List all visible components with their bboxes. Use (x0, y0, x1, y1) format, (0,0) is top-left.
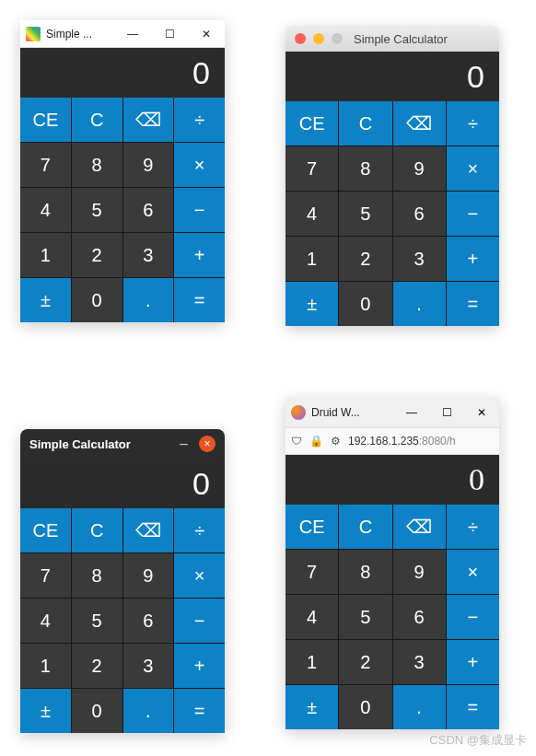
digit-9-button[interactable]: 9 (393, 146, 446, 191)
maximize-button[interactable]: ☐ (151, 20, 188, 48)
plus-button[interactable]: + (447, 640, 499, 684)
clear-button[interactable]: C (339, 101, 391, 145)
equals-button[interactable]: = (174, 689, 225, 733)
digit-6-button[interactable]: 6 (123, 599, 174, 643)
digit-4-button[interactable]: 4 (20, 599, 71, 643)
shield-icon[interactable]: 🛡 (291, 435, 302, 448)
digit-6-button[interactable]: 6 (123, 188, 174, 232)
digit-8-button[interactable]: 8 (339, 146, 391, 191)
digit-4-button[interactable]: 4 (285, 595, 338, 639)
clear-button[interactable]: C (72, 508, 122, 552)
titlebar-firefox: Druid W... — ☐ ✕ (285, 398, 499, 427)
backspace-button[interactable]: ⌫ (123, 508, 174, 552)
backspace-button[interactable]: ⌫ (123, 98, 174, 142)
minus-button[interactable]: − (174, 188, 225, 232)
multiply-button[interactable]: × (447, 550, 499, 594)
permissions-icon[interactable]: ⚙ (331, 435, 341, 448)
digit-7-button[interactable]: 7 (20, 553, 71, 598)
multiply-button[interactable]: × (174, 143, 225, 187)
digit-4-button[interactable]: 4 (285, 192, 338, 236)
multiply-button[interactable]: × (174, 553, 225, 598)
clear-entry-button[interactable]: CE (20, 98, 71, 142)
digit-9-button[interactable]: 9 (393, 550, 446, 594)
plusminus-button[interactable]: ± (285, 685, 338, 729)
plus-button[interactable]: + (174, 233, 225, 277)
digit-1-button[interactable]: 1 (20, 644, 71, 688)
url-path: :8080/h (419, 435, 456, 448)
divide-button[interactable]: ÷ (174, 508, 225, 552)
digit-2-button[interactable]: 2 (72, 233, 122, 277)
multiply-button[interactable]: × (447, 146, 499, 191)
digit-3-button[interactable]: 3 (393, 237, 446, 281)
digit-5-button[interactable]: 5 (339, 192, 391, 236)
decimal-button[interactable]: . (393, 282, 446, 326)
clear-entry-button[interactable]: CE (20, 508, 71, 552)
titlebar-gnome: Simple Calculator – × (20, 429, 225, 459)
tracking-protection-icon[interactable]: 🔒 (309, 435, 323, 448)
digit-5-button[interactable]: 5 (72, 188, 122, 232)
minimize-button[interactable]: — (114, 20, 151, 48)
maximize-button[interactable]: ☐ (429, 398, 464, 427)
clear-entry-button[interactable]: CE (285, 505, 338, 549)
maximize-button[interactable] (332, 33, 343, 44)
digit-2-button[interactable]: 2 (339, 640, 391, 684)
digit-8-button[interactable]: 8 (72, 143, 122, 187)
equals-button[interactable]: = (447, 282, 499, 326)
digit-5-button[interactable]: 5 (339, 595, 391, 639)
minus-button[interactable]: − (447, 192, 499, 236)
divide-button[interactable]: ÷ (447, 101, 499, 145)
digit-0-button[interactable]: 0 (339, 685, 391, 729)
close-button[interactable]: ✕ (464, 398, 499, 427)
digit-2-button[interactable]: 2 (339, 237, 391, 281)
decimal-button[interactable]: . (123, 278, 174, 322)
titlebar-windows: Simple ... — ☐ ✕ (20, 20, 225, 48)
window-controls: — ☐ ✕ (394, 398, 499, 427)
plus-button[interactable]: + (174, 644, 225, 688)
close-button[interactable]: × (199, 436, 216, 452)
close-button[interactable]: ✕ (188, 20, 225, 48)
plusminus-button[interactable]: ± (20, 278, 71, 322)
digit-9-button[interactable]: 9 (123, 553, 174, 598)
digit-4-button[interactable]: 4 (20, 188, 71, 232)
digit-1-button[interactable]: 1 (285, 640, 338, 684)
digit-7-button[interactable]: 7 (285, 550, 338, 594)
backspace-button[interactable]: ⌫ (393, 101, 446, 145)
digit-3-button[interactable]: 3 (123, 233, 174, 277)
plusminus-button[interactable]: ± (20, 689, 71, 733)
digit-0-button[interactable]: 0 (339, 282, 391, 326)
close-button[interactable] (295, 33, 306, 44)
minimize-button[interactable] (313, 33, 324, 44)
digit-5-button[interactable]: 5 (72, 599, 122, 643)
digit-0-button[interactable]: 0 (72, 689, 122, 733)
digit-7-button[interactable]: 7 (285, 146, 338, 191)
clear-button[interactable]: C (339, 505, 391, 549)
digit-6-button[interactable]: 6 (393, 595, 446, 639)
equals-button[interactable]: = (174, 278, 225, 322)
clear-button[interactable]: C (72, 98, 122, 142)
backspace-button[interactable]: ⌫ (393, 505, 446, 549)
decimal-button[interactable]: . (123, 689, 174, 733)
digit-3-button[interactable]: 3 (123, 644, 174, 688)
minimize-button[interactable]: — (394, 398, 429, 427)
digit-0-button[interactable]: 0 (72, 278, 122, 322)
digit-8-button[interactable]: 8 (72, 553, 122, 598)
digit-1-button[interactable]: 1 (20, 233, 71, 277)
minus-button[interactable]: − (174, 599, 225, 643)
digit-9-button[interactable]: 9 (123, 143, 174, 187)
digit-7-button[interactable]: 7 (20, 143, 71, 187)
plus-button[interactable]: + (447, 237, 499, 281)
calc-keypad: CE C ⌫ ÷ 7 8 9 × 4 5 6 − 1 2 3 + ± 0 . = (285, 101, 499, 326)
divide-button[interactable]: ÷ (447, 505, 499, 549)
clear-entry-button[interactable]: CE (285, 101, 338, 145)
digit-8-button[interactable]: 8 (339, 550, 391, 594)
minus-button[interactable]: − (447, 595, 499, 639)
digit-6-button[interactable]: 6 (393, 192, 446, 236)
digit-3-button[interactable]: 3 (393, 640, 446, 684)
decimal-button[interactable]: . (393, 685, 446, 729)
plusminus-button[interactable]: ± (285, 282, 338, 326)
digit-1-button[interactable]: 1 (285, 237, 338, 281)
url-text[interactable]: 192.168.1.235:8080/h (348, 435, 494, 448)
digit-2-button[interactable]: 2 (72, 644, 122, 688)
equals-button[interactable]: = (447, 685, 499, 729)
divide-button[interactable]: ÷ (174, 98, 225, 142)
